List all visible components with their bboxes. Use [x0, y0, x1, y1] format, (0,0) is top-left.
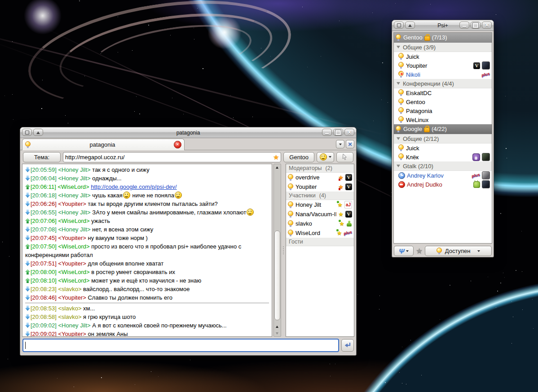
window-shade-button[interactable] [33, 129, 43, 136]
select-pointer-button[interactable] [336, 152, 353, 162]
roster-contact-row[interactable]: Nikoli [394, 70, 492, 79]
panel-splitter[interactable] [282, 164, 284, 337]
close-button[interactable]: ✕ [482, 22, 492, 29]
roster-contact-row[interactable]: WeLinux [394, 115, 492, 124]
arrow-up-icon [276, 324, 278, 328]
account-button[interactable]: Gentoo [283, 152, 314, 162]
member-name: slavko [295, 220, 337, 227]
member-row[interactable]: Honey Jilt [286, 200, 354, 209]
close-icon: ✕ [485, 23, 489, 28]
smiley-icon [320, 153, 327, 161]
chat-message: [20:08:00] <WiseLord> в ростер умеет сво… [25, 268, 269, 276]
roster-contact-row[interactable]: Клёк [394, 152, 492, 161]
close-tab-button[interactable]: ✕ [346, 140, 354, 148]
roster-account-header[interactable]: Google(4/22) [394, 124, 492, 134]
roster-statusbar: Доступен [392, 245, 494, 257]
roster-contact-row[interactable]: Youpiter [394, 61, 492, 70]
roster-group-row[interactable]: Общие (3/9) [394, 43, 492, 52]
chat-log: [20:05:59] <Honey Jilt> так я с одного и… [22, 164, 272, 337]
chat-log-scrollbar[interactable] [273, 164, 281, 337]
member-row[interactable]: slavko [286, 219, 354, 228]
tab-close-icon[interactable]: ✕ [174, 141, 181, 148]
minimize-button[interactable] [459, 22, 469, 29]
member-row[interactable]: Nana/Vacuum-IM [286, 209, 354, 219]
roster-account-header[interactable]: Gentoo(7/13) [394, 33, 492, 43]
avatar [482, 171, 490, 179]
affiliation-star-icon [337, 230, 342, 236]
roster-group-row[interactable]: Gtalk (2/10) [394, 161, 492, 171]
contact-name: Youpiter [406, 62, 472, 69]
vacuum-im-client-icon [345, 183, 352, 190]
scroll-up-button-2[interactable] [274, 323, 280, 330]
chat-message: [20:07:50] <WiseLord> просто из всего чт… [25, 242, 269, 259]
member-name: overdrive [295, 174, 336, 181]
bookmark-star-icon[interactable] [273, 154, 279, 161]
scroll-up-button[interactable] [274, 164, 280, 170]
roster-window-title: Psi+ [437, 22, 448, 29]
account-count: (7/13) [432, 34, 447, 41]
scrollbar-thumb[interactable] [274, 231, 280, 320]
roster-contact-row[interactable]: Patagonia [394, 106, 492, 115]
online-bulb-icon [288, 230, 294, 237]
group-label: Конференции (4/4) [403, 80, 454, 87]
roster-contact-row[interactable]: Juick [394, 144, 492, 152]
collapse-triangle-icon [397, 82, 400, 87]
status-button[interactable]: Доступен [425, 246, 492, 256]
maximize-button[interactable] [333, 129, 343, 136]
event-notifier-star-icon[interactable] [416, 247, 423, 255]
online-bulb-icon [398, 144, 404, 152]
tab-patagonia[interactable]: patagonia ✕ [22, 139, 185, 150]
close-button[interactable]: ✕ [344, 129, 354, 136]
roster-contact-row[interactable]: Andrej Dudko [394, 180, 492, 189]
roster-contact-row[interactable]: Juick [394, 52, 492, 61]
roster-titlebar[interactable]: Psi+ ✕ [392, 20, 494, 31]
window-menu-button[interactable] [22, 129, 32, 136]
roster-contact-row[interactable]: EiskaltDC [394, 88, 492, 97]
member-row[interactable]: WiseLord [286, 228, 354, 238]
roster-group-row[interactable]: Общие (2/12) [394, 134, 492, 144]
window-menu-button[interactable] [394, 22, 404, 29]
scroll-down-button[interactable] [274, 330, 280, 336]
send-button[interactable] [341, 339, 354, 352]
maximize-button[interactable] [471, 22, 481, 29]
maximize-icon [335, 130, 341, 135]
tab-list-dropdown-button[interactable] [336, 140, 344, 148]
member-name: Honey Jilt [295, 201, 335, 208]
sent-arrow-icon [25, 244, 30, 249]
message-input[interactable] [22, 339, 339, 352]
online-bulb-icon [396, 34, 401, 41]
main-menu-button[interactable] [394, 246, 414, 256]
avatar [482, 180, 490, 188]
message-link[interactable]: http://code.google.com/p/psi-dev/ [91, 183, 177, 190]
online-bulb-icon [25, 141, 31, 148]
member-row[interactable]: overdrive [286, 173, 354, 182]
vacuum-im-client-icon [345, 174, 352, 181]
topic-value: http://megapol.ucoz.ru/ [65, 154, 271, 161]
topic-button[interactable]: Тема: [23, 152, 61, 162]
online-bulb-icon [437, 248, 442, 255]
chat-message: [20:06:26] <Youpiter> так ты вроде други… [25, 200, 269, 208]
member-row[interactable]: Youpiter [286, 182, 354, 192]
online-bulb-icon [288, 201, 294, 209]
message-nick: <slavko> [58, 314, 83, 320]
online-bulb-icon [398, 53, 404, 60]
chat-titlebar[interactable]: patagonia ✕ [20, 127, 356, 138]
chat-toolbar: Тема: http://megapol.ucoz.ru/ Gentoo [20, 150, 356, 164]
emoticons-button[interactable] [317, 152, 334, 162]
online-bulb-icon [398, 116, 404, 123]
psi-logo-icon [399, 248, 404, 254]
window-shade-button[interactable] [405, 22, 415, 29]
topic-input[interactable]: http://megapol.ucoz.ru/ [63, 152, 281, 162]
minimize-button[interactable] [322, 129, 332, 136]
arrow-down-icon [276, 332, 278, 336]
affiliation-star-icon [338, 184, 344, 190]
message-timestamp: [20:08:58] [31, 314, 58, 320]
chat-window: patagonia ✕ patagonia ✕ ✕ Тема: http://m… [20, 127, 357, 356]
online-bulb-icon [398, 98, 404, 105]
online-bulb-icon [396, 126, 401, 133]
roster-contact-row[interactable]: Gentoo [394, 97, 492, 106]
roster-group-row[interactable]: Конференции (4/4) [394, 79, 492, 88]
android-client-icon [473, 181, 480, 188]
chat-message: [20:08:58] <slavko> я грю крутица шото [25, 313, 269, 321]
roster-contact-row[interactable]: Andrey Karlov [394, 171, 492, 180]
